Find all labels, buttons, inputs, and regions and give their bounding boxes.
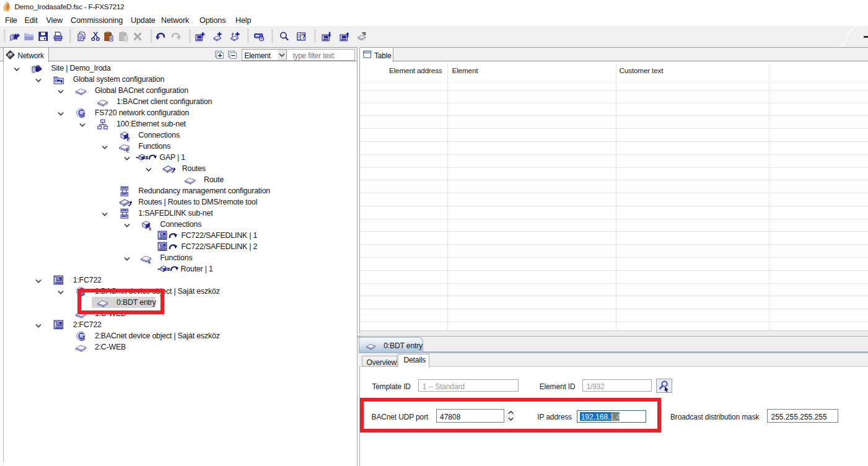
svg-text:?: ? <box>302 33 305 40</box>
